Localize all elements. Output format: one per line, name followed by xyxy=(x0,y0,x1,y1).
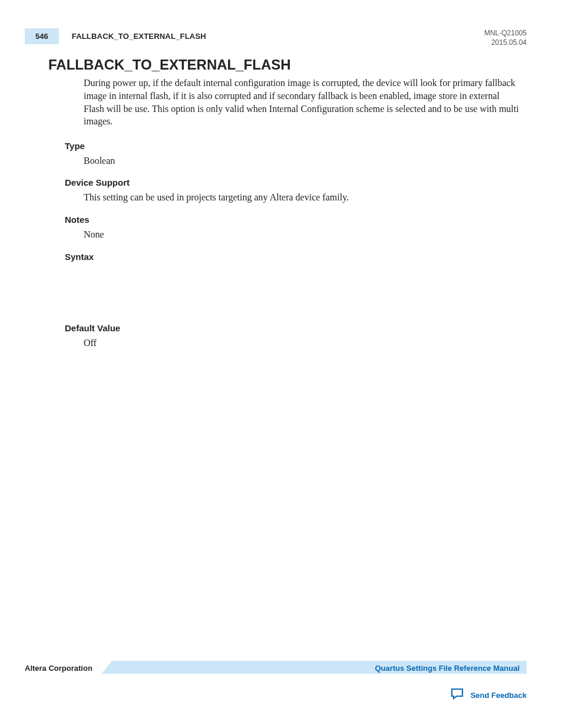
footer-feedback-row: Send Feedback xyxy=(25,687,527,703)
footer-bar: Altera Corporation Quartus Settings File… xyxy=(25,660,527,676)
page-number: 546 xyxy=(25,28,59,44)
section-body-type: Boolean xyxy=(84,154,527,167)
description-paragraph: During power up, if the default internal… xyxy=(84,77,520,127)
page-title: FALLBACK_TO_EXTERNAL_FLASH xyxy=(48,57,527,73)
section-heading-type: Type xyxy=(65,141,527,151)
section-body-notes: None xyxy=(84,228,527,241)
doc-id: MNL-Q21005 xyxy=(484,28,527,38)
header-section-title: FALLBACK_TO_EXTERNAL_FLASH xyxy=(72,32,206,41)
doc-date: 2015.05.04 xyxy=(484,38,527,47)
section-device-support: Device Support This setting can be used … xyxy=(65,177,527,204)
section-heading-syntax: Syntax xyxy=(65,252,527,262)
section-heading-notes: Notes xyxy=(65,215,527,225)
section-body-default-value: Off xyxy=(84,337,527,350)
section-heading-device-support: Device Support xyxy=(65,177,527,187)
footer-manual-link[interactable]: Quartus Settings File Reference Manual xyxy=(375,664,527,673)
section-heading-default-value: Default Value xyxy=(65,323,527,333)
section-default-value: Default Value Off xyxy=(65,323,527,350)
syntax-empty-block xyxy=(65,265,527,312)
send-feedback-link[interactable]: Send Feedback xyxy=(471,691,527,700)
footer-company: Altera Corporation xyxy=(25,664,92,673)
section-syntax: Syntax xyxy=(65,252,527,312)
header-right: MNL-Q21005 2015.05.04 xyxy=(484,28,527,47)
section-type: Type Boolean xyxy=(65,141,527,167)
section-notes: Notes None xyxy=(65,215,527,241)
page-footer: Altera Corporation Quartus Settings File… xyxy=(25,660,527,703)
header-left: 546 FALLBACK_TO_EXTERNAL_FLASH xyxy=(25,28,206,44)
section-body-device-support: This setting can be used in projects tar… xyxy=(84,191,527,204)
document-page: 546 FALLBACK_TO_EXTERNAL_FLASH MNL-Q2100… xyxy=(0,0,562,728)
comment-icon xyxy=(449,687,465,703)
page-header: 546 FALLBACK_TO_EXTERNAL_FLASH MNL-Q2100… xyxy=(25,28,527,47)
